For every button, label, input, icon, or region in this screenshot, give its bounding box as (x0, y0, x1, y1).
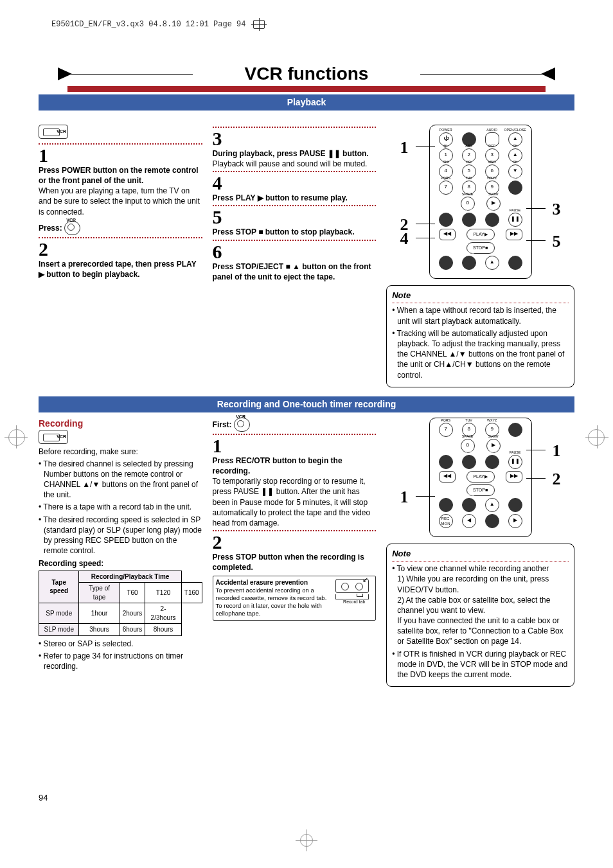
callout-5: 5 (553, 230, 561, 252)
callout-rec-1-left: 1 (400, 486, 409, 508)
page-title: VCR functions (206, 62, 407, 86)
dotted-divider (39, 143, 202, 145)
rec-bullet-4: Stereo or SAP is selected. (39, 639, 202, 649)
section-bar-playback: Playback (39, 94, 574, 111)
rec-note-b1: To view one channel while recording anot… (397, 564, 549, 573)
recording-speed-table: Tape speed Recording/Playback Time Type … (39, 571, 202, 636)
vcr-cassette-icon (39, 430, 68, 444)
dotted-divider (213, 434, 377, 435)
callout-1: 1 (400, 136, 409, 159)
playback-col-2: 3 During playback, press PAUSE ❚❚ button… (213, 125, 377, 387)
step-1-body: When you are playing a tape, turn the TV… (39, 186, 202, 217)
dotted-divider (213, 240, 377, 241)
step-number-4: 4 (213, 173, 377, 193)
th-t160: T160 (181, 583, 202, 603)
rec-note-b2: If OTR is finished in VCR during playbac… (392, 649, 569, 680)
rec-step-number-2: 2 (213, 533, 377, 552)
remote-lbl-recspd: REC SPEED (459, 128, 479, 132)
recording-columns: Recording Before recording, make sure: T… (39, 418, 574, 687)
step-number-2: 2 (39, 240, 202, 259)
rec-bullet-1: The desired channel is selected by press… (39, 459, 202, 500)
step-number-1: 1 (39, 146, 202, 165)
step-6-head: Press STOP/EJECT ■ ▲ button on the front… (213, 262, 371, 281)
step-3-head: During playback, press PAUSE ❚❚ button. (213, 149, 369, 158)
section-bar-recording: Recording and One-touch timer recording (39, 396, 574, 412)
red-underline-bar (67, 86, 546, 92)
page-title-band: VCR functions (39, 62, 574, 86)
press-vcr-button-icon: VCR (234, 418, 250, 432)
callout-rec-2: 2 (553, 468, 561, 490)
th-rec-time: Recording/Playback Time (79, 571, 181, 583)
step-number-6: 6 (213, 242, 377, 261)
note-bullet-1: When a tape without record tab is insert… (392, 305, 569, 326)
playback-col-3: 1 2 3 4 5 POWER⏻ REC SPEED AUDIO OPEN/CL… (386, 125, 574, 387)
title-arrow-right-icon (541, 67, 555, 80)
th-t60: T60 (120, 583, 145, 603)
manual-page: E9501CD_EN/FR_v3.qx3 04.8.10 12:01 Page … (0, 0, 613, 868)
accidental-erasure-box: ↙ Record tab Accidental erasure preventi… (213, 576, 377, 621)
remote-lbl-power: POWER (440, 128, 452, 132)
recording-col-1: Recording Before recording, make sure: T… (39, 418, 202, 687)
th-tape-speed: Tape speed (39, 571, 79, 603)
crop-mark-icon (253, 20, 265, 29)
th-type: Type of tape (79, 583, 120, 603)
rec-note-b1a: 1) While you are recording on the unit, … (397, 574, 549, 594)
print-header-meta: E9501CD_EN/FR_v3.qx3 04.8.10 12:01 Page … (39, 19, 574, 30)
step-4-head: Press PLAY ▶ button to resume play. (213, 193, 348, 202)
remote-play-button: PLAY ▶ (466, 229, 495, 240)
dotted-divider (213, 530, 377, 531)
callout-rec-1-right: 1 (553, 439, 561, 462)
row-sp: SP mode (39, 603, 79, 624)
print-registration-bottom (298, 832, 315, 849)
recording-intro: Before recording, make sure: (39, 447, 202, 457)
rec-bullet-2: There is a tape with a record tab in the… (39, 502, 202, 512)
title-arrow-left-icon (58, 67, 72, 80)
rec-bullet-5: Refer to page 34 for instructions on tim… (39, 651, 202, 671)
vcr-cassette-icon (39, 125, 68, 139)
record-tab-label: Record tab (335, 599, 373, 605)
playback-col-1: 1 Press POWER button on the remote contr… (39, 125, 202, 387)
playback-note-box: Note When a tape without record tab is i… (386, 285, 574, 387)
remote-lbl-open: OPEN/CLOSE (504, 128, 526, 132)
dotted-divider (213, 171, 377, 172)
dotted-divider (392, 303, 569, 303)
recording-col-2: First: VCR 1 Press REC/OTR button to beg… (213, 418, 377, 687)
rec-bullet-3: The desired recording speed is selected … (39, 515, 202, 556)
recording-note-box: Note To view one channel while recording… (386, 544, 574, 687)
remote-diagram-recording: 1 1 2 PQRS7 TUV8 WXYZ9 VIDEO/TV SPACE0 S… (429, 418, 533, 537)
rec-step-1-head: Press REC/OTR button to begin the record… (213, 456, 342, 475)
remote-diagram-playback: 1 2 3 4 5 POWER⏻ REC SPEED AUDIO OPEN/CL… (429, 125, 533, 279)
note-bullet-2: Tracking will be automatically adjusted … (392, 328, 569, 380)
step-number-3: 3 (213, 129, 377, 148)
dotted-divider (39, 237, 202, 238)
rec-note-b1c: If you have connected the unit to a cabl… (397, 616, 563, 646)
header-meta-text: E9501CD_EN/FR_v3.qx3 04.8.10 12:01 Page … (51, 19, 245, 30)
rec-step-number-1: 1 (213, 436, 377, 456)
note-heading: Note (392, 290, 569, 301)
rec-step-1-body: To temporarily stop recording or to resu… (213, 476, 377, 528)
step-2-head: Insert a prerecorded tape, then press PL… (39, 260, 196, 279)
step-1-head: Press POWER button on the remote control… (39, 166, 199, 185)
dotted-divider (392, 561, 569, 562)
press-label: Press: (39, 224, 62, 233)
recording-col-3: 1 1 2 PQRS7 TUV8 WXYZ9 VIDEO/TV SPACE0 S… (386, 418, 574, 687)
press-vcr-button-icon: VCR (64, 221, 80, 235)
rec-step-2-head: Press STOP button when the recording is … (213, 553, 364, 572)
step-number-5: 5 (213, 208, 377, 227)
remote-lbl-audio: AUDIO (486, 128, 497, 132)
playback-columns: 1 Press POWER button on the remote contr… (39, 125, 574, 387)
callout-3: 3 (553, 198, 561, 220)
th-t120: T120 (145, 583, 182, 603)
recording-heading: Recording (39, 418, 202, 430)
dotted-divider (213, 205, 377, 206)
first-label: First: (213, 420, 232, 429)
step-3-body: Playback will pause and sound will be mu… (213, 159, 377, 169)
rec-note-b1b: 2) At the cable box or satellite box, se… (397, 596, 550, 615)
recording-speed-hdr: Recording speed: (39, 558, 202, 569)
note-heading: Note (392, 548, 569, 560)
page-number: 94 (39, 792, 48, 804)
cassette-record-tab-illustration: ↙ Record tab (335, 579, 373, 605)
row-slp: SLP mode (39, 624, 79, 636)
dotted-divider (213, 127, 377, 128)
step-5-head: Press STOP ■ button to stop playback. (213, 227, 355, 236)
